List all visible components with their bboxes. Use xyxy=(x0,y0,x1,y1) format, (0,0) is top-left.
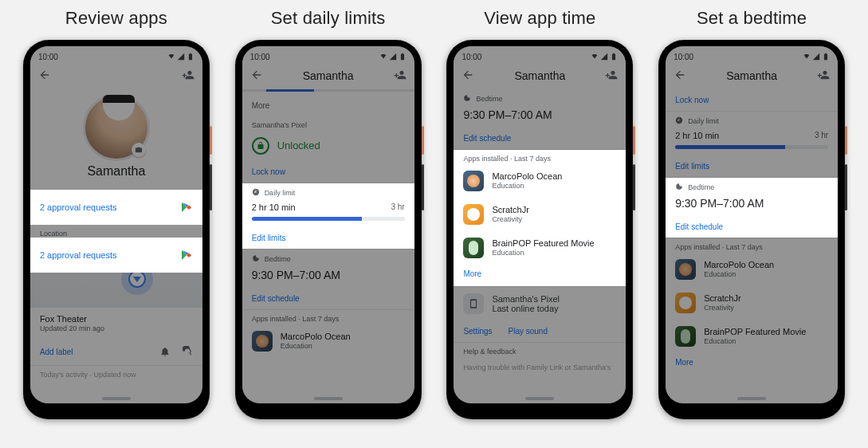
app-bar: Samantha xyxy=(242,64,414,89)
refresh-icon[interactable] xyxy=(182,346,193,359)
back-icon[interactable] xyxy=(250,69,263,83)
bedtime-time: 9:30 PM–7:00 AM xyxy=(242,265,414,288)
app-row[interactable]: MarcoPolo OceanEducation xyxy=(666,253,838,286)
back-icon[interactable] xyxy=(38,69,51,83)
device-row[interactable]: Samantha's PixelLast online today xyxy=(454,287,626,320)
column-review-apps: Review apps 10:00 xyxy=(19,8,214,419)
app-row[interactable]: ScratchJrCreativity xyxy=(454,198,626,231)
device-unlocked-row: Unlocked xyxy=(242,131,414,161)
back-icon[interactable] xyxy=(461,69,474,83)
clock: 10:00 xyxy=(38,53,58,61)
add-person-icon[interactable] xyxy=(605,69,618,83)
bedtime-label: Bedtime xyxy=(688,183,714,191)
more-apps-link[interactable]: More xyxy=(454,265,626,286)
add-person-icon[interactable] xyxy=(817,69,830,83)
home-indicator[interactable] xyxy=(737,397,766,400)
app-row[interactable]: MarcoPolo OceanEducation xyxy=(454,164,626,198)
camera-icon[interactable] xyxy=(132,143,146,157)
apps-installed-card: Apps installed · Last 7 days MarcoPolo O… xyxy=(454,150,626,286)
lock-now-link[interactable]: Lock now xyxy=(242,161,414,183)
lock-now-link[interactable]: Lock now xyxy=(666,89,838,111)
screen: 10:00 Samantha More Samantha's Pixel Unl… xyxy=(242,46,414,403)
app-icon xyxy=(675,293,696,313)
unlocked-icon xyxy=(252,137,269,155)
app-bar: Samantha xyxy=(666,64,838,89)
screen: 10:00 Saman xyxy=(30,46,202,403)
apps-section-label: Apps installed · Last 7 days xyxy=(242,310,414,324)
app-row[interactable]: BrainPOP Featured MovieEducation xyxy=(666,320,838,353)
daily-limit-progress xyxy=(675,145,828,149)
daily-limit-max: 3 hr xyxy=(391,202,404,212)
location-item[interactable]: Fox Theater Updated 20 min ago xyxy=(30,308,202,340)
app-row[interactable]: ScratchJrCreativity xyxy=(666,286,838,320)
add-person-icon[interactable] xyxy=(394,69,407,83)
page-title: Samantha xyxy=(269,69,387,82)
app-row[interactable]: BrainPOP Featured MovieEducation xyxy=(454,231,626,265)
add-person-icon[interactable] xyxy=(182,69,194,83)
daily-limit-label: Daily limit xyxy=(265,189,296,197)
edit-schedule-link[interactable]: Edit schedule xyxy=(454,128,626,149)
child-avatar[interactable] xyxy=(83,94,150,161)
screen: 10:00 Samantha Bedtime 9:30 PM–7:00 AM E… xyxy=(454,46,626,403)
app-icon xyxy=(675,326,696,347)
edit-limits-link[interactable]: Edit limits xyxy=(666,155,838,177)
location-updated: Updated 20 min ago xyxy=(40,324,193,333)
approval-requests-card-hl[interactable]: 2 approval requests xyxy=(30,238,202,273)
back-icon[interactable] xyxy=(674,69,686,83)
edit-schedule-link[interactable]: Edit schedule xyxy=(242,288,414,309)
more-link[interactable]: More xyxy=(242,95,414,116)
location-actions: Add label xyxy=(30,340,202,365)
device-frame: 10:00 Samantha Lock now Daily limit 2 hr… xyxy=(658,40,845,419)
home-indicator[interactable] xyxy=(525,397,554,400)
bell-icon[interactable] xyxy=(159,346,171,359)
page-title: Samantha xyxy=(481,69,599,82)
bedtime-label: Bedtime xyxy=(265,255,291,263)
app-category: Education xyxy=(281,342,405,351)
column-daily-limits: Set daily limits 10:00 Samantha More Sam… xyxy=(231,8,426,419)
daily-limit-label: Daily limit xyxy=(688,117,719,125)
wifi-icon xyxy=(379,53,387,61)
signal-icon xyxy=(812,53,820,61)
edit-schedule-link[interactable]: Edit schedule xyxy=(666,216,838,238)
wifi-icon xyxy=(167,53,175,61)
settings-link[interactable]: Settings xyxy=(463,327,492,336)
app-icon xyxy=(463,238,484,258)
column-title: Review apps xyxy=(65,8,167,29)
device-frame: 10:00 Samantha More Samantha's Pixel Unl… xyxy=(235,40,422,419)
child-name: Samantha xyxy=(30,164,202,179)
status-bar: 10:00 xyxy=(242,46,414,64)
play-sound-link[interactable]: Play sound xyxy=(509,327,548,336)
add-label-link[interactable]: Add label xyxy=(40,348,73,356)
daily-limit-used: 2 hr 10 min xyxy=(675,131,719,140)
bedtime-time: 9:30 PM–7:00 AM xyxy=(666,194,838,216)
phone-icon xyxy=(463,293,484,314)
battery-icon xyxy=(610,53,618,61)
signal-icon xyxy=(177,53,185,61)
home-indicator[interactable] xyxy=(314,397,343,400)
home-indicator[interactable] xyxy=(102,397,131,400)
daily-limit-max: 3 hr xyxy=(815,131,828,140)
signal-icon xyxy=(600,53,608,61)
battery-icon xyxy=(187,53,194,61)
approval-requests-card[interactable]: 2 approval requests xyxy=(30,190,202,225)
help-row[interactable]: Having trouble with Family Link or Saman… xyxy=(454,357,626,379)
more-link[interactable]: More xyxy=(666,353,838,375)
column-title: Set a bedtime xyxy=(697,8,807,29)
status-bar: 10:00 xyxy=(454,46,626,64)
phone-grid: Review apps 10:00 xyxy=(0,0,868,435)
signal-icon xyxy=(389,53,397,61)
edit-limits-link[interactable]: Edit limits xyxy=(242,227,414,249)
app-name: MarcoPolo Ocean xyxy=(281,332,405,342)
daily-limit-used: 2 hr 10 min xyxy=(252,202,296,212)
wifi-icon xyxy=(591,53,599,61)
app-icon xyxy=(252,331,273,352)
help-label: Help & feedback xyxy=(454,343,626,357)
clock: 10:00 xyxy=(674,53,693,61)
app-row[interactable]: MarcoPolo Ocean Education xyxy=(242,324,414,358)
clock: 10:00 xyxy=(461,53,481,61)
bedtime-time: 9:30 PM–7:00 AM xyxy=(454,105,626,128)
device-section-label: Samantha's Pixel xyxy=(242,116,414,131)
app-bar xyxy=(30,64,202,89)
screen: 10:00 Samantha Lock now Daily limit 2 hr… xyxy=(666,46,838,403)
tab-indicator[interactable] xyxy=(242,89,414,92)
